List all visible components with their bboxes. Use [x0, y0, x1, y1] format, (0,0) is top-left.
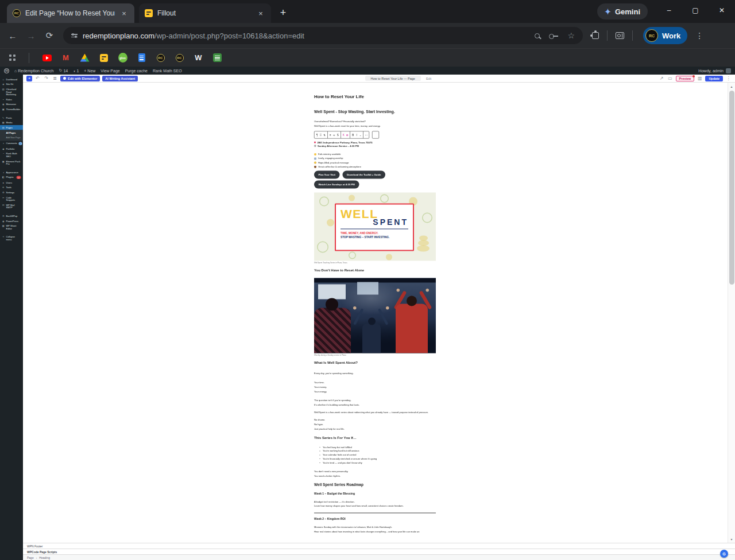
- bookmark-green-list-icon[interactable]: [213, 53, 222, 63]
- wordpress-logo-icon[interactable]: W: [4, 68, 9, 73]
- bookmark-star-icon[interactable]: ☆: [567, 32, 575, 40]
- update-button[interactable]: Update: [705, 76, 723, 81]
- zoom-icon[interactable]: [535, 33, 540, 38]
- redo-icon[interactable]: ↷: [43, 76, 49, 81]
- side-panel-icon[interactable]: [616, 32, 624, 39]
- sidebar-item-wp-mail-smtp[interactable]: ✉WP Mail SMTP: [0, 203, 23, 210]
- sidebar-item-collapse-menu[interactable]: «Collapse menu: [0, 235, 23, 242]
- settings-panel-icon[interactable]: ▥: [697, 76, 703, 81]
- metabox-wpcode[interactable]: WPCode Page Scripts: [23, 549, 735, 554]
- chevron-down-icon[interactable]: ⌄: [359, 133, 363, 136]
- about-heading[interactable]: What Is Well Spent About?: [314, 360, 436, 364]
- sidebar-item-dashboard[interactable]: ⌂Dashboard: [0, 77, 23, 82]
- undo-icon[interactable]: ↶: [34, 76, 41, 81]
- metabox-strip-1[interactable]: WPN Footer: [23, 543, 735, 549]
- bookmark-redemption-admin-icon[interactable]: RC: [175, 53, 184, 63]
- sidebar-item-tools[interactable]: ✛Tools: [0, 185, 23, 190]
- sidebar-item-appearance[interactable]: ◑Appearance: [0, 170, 23, 175]
- submenu-add-new-page[interactable]: Add New Page: [0, 135, 23, 140]
- ai-writing-assistant-button[interactable]: AI Writing Assistant: [102, 76, 138, 81]
- sidebar-item-memorize[interactable]: ◉Memorize: [0, 102, 23, 107]
- tab-fillout[interactable]: Fillout ×: [139, 3, 271, 23]
- week1-paragraph[interactable]: A budget isn't restriction — it's direct…: [314, 500, 436, 508]
- bookmark-redemption-icon[interactable]: RC: [156, 53, 165, 63]
- roadmap-heading[interactable]: Well Spent Series Roadmap: [314, 483, 436, 487]
- adminbar-comments[interactable]: ◖ 1: [73, 69, 79, 73]
- password-key-icon[interactable]: [549, 33, 558, 38]
- document-title-pill[interactable]: How to Reset Your Life — Page: [365, 76, 421, 81]
- new-tab-button[interactable]: +: [274, 4, 292, 21]
- submenu-all-pages[interactable]: All Pages: [0, 131, 23, 135]
- extensions-icon[interactable]: [592, 32, 599, 39]
- gemini-button[interactable]: ✦ Gemini: [597, 3, 648, 20]
- intro-paragraph[interactable]: Overwhelmed? Burned out? Financially str…: [314, 120, 436, 123]
- worship-photo[interactable]: [314, 278, 436, 353]
- breadcrumb-page[interactable]: Page: [27, 556, 34, 559]
- move-up-down-icon[interactable]: ⇅: [323, 133, 327, 136]
- pink-tool-icon-2[interactable]: ✿: [346, 133, 350, 136]
- bookmark-gloo-icon[interactable]: gloo: [118, 53, 127, 63]
- adminbar-rank-math[interactable]: Rank Math SEO: [153, 69, 182, 73]
- close-button[interactable]: ✕: [709, 0, 735, 21]
- sidebar-item-powerpress[interactable]: ◉PowerPress: [0, 219, 23, 224]
- foryou-item[interactable]: You're financially stretched or unsure w…: [323, 457, 436, 461]
- tab-edit-page[interactable]: RC Edit Page “How to Reset Your Li ×: [7, 3, 134, 23]
- page-title[interactable]: How to Reset Your Life: [314, 94, 436, 99]
- sidebar-item-portfolio[interactable]: ◆Portfolio: [0, 146, 23, 151]
- adminbar-site-name[interactable]: ⌂ Redemption Church: [14, 69, 54, 73]
- sidebar-item-posts[interactable]: ✎Posts: [0, 115, 23, 120]
- foryou-item[interactable]: You're tired — and you don't know why: [323, 461, 436, 465]
- sidebar-item-users[interactable]: ●Users: [0, 180, 23, 185]
- sidebar-item-settings[interactable]: ⚙Settings: [0, 190, 23, 195]
- browser-menu-icon[interactable]: ⋮: [694, 31, 705, 40]
- copy-icon[interactable]: ▭: [667, 76, 674, 81]
- block-inserter-button[interactable]: +: [26, 76, 32, 81]
- sidebar-item-plugins[interactable]: ◧Plugins12: [0, 175, 23, 181]
- sidebar-item-element-pack[interactable]: ▣Element Pack Pro: [0, 159, 23, 166]
- external-view-icon[interactable]: ↗: [659, 76, 665, 81]
- week2-paragraph[interactable]: Missions Sunday with the missionaries to…: [314, 525, 436, 534]
- tab-close-icon[interactable]: ×: [119, 9, 129, 18]
- more-options-icon[interactable]: ⋯: [365, 133, 369, 136]
- foryou-item[interactable]: You feel busy but not fulfilled: [323, 445, 436, 449]
- maximize-button[interactable]: ▢: [682, 0, 709, 21]
- sidebar-item-roles[interactable]: ▪Roles: [0, 97, 23, 102]
- extension-badge-icon[interactable]: G: [720, 550, 728, 558]
- preview-button-highlighted[interactable]: Preview: [676, 76, 695, 81]
- scroll-down-icon[interactable]: ▼: [728, 535, 735, 543]
- sidebar-item-backwpup[interactable]: ⚙BackWPup: [0, 213, 23, 219]
- extra-tool-button[interactable]: [372, 131, 379, 138]
- about-paragraph[interactable]: Every day, you're spending something.: [314, 371, 436, 375]
- forward-button[interactable]: →: [24, 29, 38, 42]
- adminbar-howdy[interactable]: Howdy, admin: [698, 69, 724, 73]
- sidebar-item-comments[interactable]: ◖Comments1: [0, 141, 23, 147]
- url-text[interactable]: redemptionplano.com/wp-admin/post.php?po…: [83, 32, 304, 40]
- about-paragraph[interactable]: No shame.No hype.Just practical help for…: [314, 418, 436, 431]
- adminbar-purge-cache[interactable]: Purge cache: [125, 69, 148, 73]
- sidebar-item-themebuilder[interactable]: ▣ThemeBuilder: [0, 107, 23, 112]
- sidebar-item-sheet-editor[interactable]: ▦WP Sheet Editor: [0, 223, 23, 231]
- list-view-icon[interactable]: ≣: [52, 76, 58, 81]
- sidebar-item-pages[interactable]: ▤Pages: [0, 125, 23, 130]
- edit-with-elementor-button[interactable]: Edit with Elementor: [60, 76, 100, 81]
- bookmark-w-icon[interactable]: W: [194, 53, 203, 63]
- reload-button[interactable]: ⟳: [42, 29, 56, 42]
- about-paragraph[interactable]: Your time.Your money.Your energy.: [314, 380, 436, 394]
- about-paragraph[interactable]: The question isn't if you're spending.It…: [314, 398, 436, 407]
- site-info-icon[interactable]: [71, 32, 78, 39]
- adminbar-view-page[interactable]: View Page: [100, 69, 119, 73]
- bookmark-fillout-icon[interactable]: [99, 53, 109, 63]
- apps-grid-icon[interactable]: [9, 55, 16, 61]
- sidebar-item-marketing[interactable]: ▤Cleveland Road Marketing: [0, 87, 23, 97]
- adminbar-updates[interactable]: ↻ 14: [59, 68, 68, 73]
- adminbar-avatar[interactable]: [726, 68, 731, 73]
- about-paragraph[interactable]: Well Spent is a four-week series about r…: [314, 411, 436, 414]
- sidebar-item-site-kit[interactable]: ◈Site Kit: [0, 82, 23, 87]
- bookmark-docs-icon[interactable]: [137, 53, 146, 63]
- back-button[interactable]: ←: [6, 29, 20, 42]
- bookmark-gmail-icon[interactable]: M: [61, 53, 71, 63]
- foryou-item[interactable]: You're working hard but still anxious: [323, 449, 436, 453]
- bookmark-youtube-icon[interactable]: [42, 53, 52, 63]
- bookmark-drive-icon[interactable]: [80, 53, 90, 63]
- document-edit-link[interactable]: Edit: [426, 77, 431, 80]
